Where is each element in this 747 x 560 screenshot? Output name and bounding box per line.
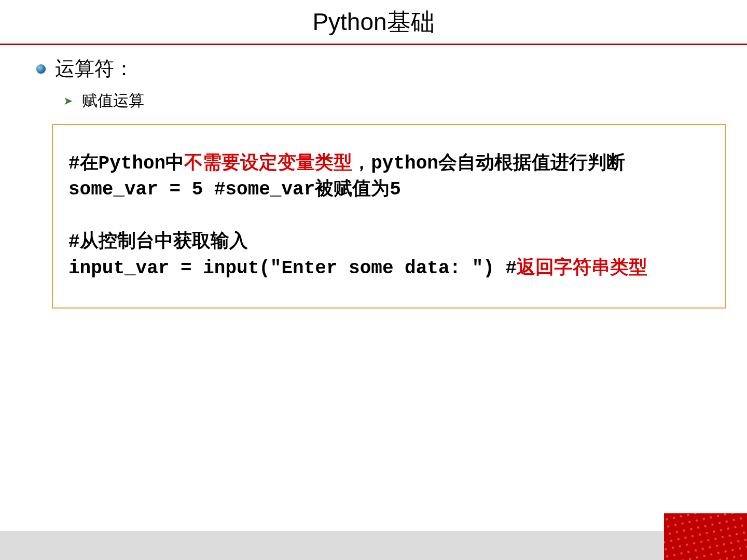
arrow-icon: ➤ xyxy=(63,94,73,108)
code-line-2: some_var = 5 #some_var被赋值为5 xyxy=(68,177,710,203)
code-highlight-2: 返回字符串类型 xyxy=(517,258,647,279)
code-blank xyxy=(68,203,710,229)
code-line-1: #在Python中不需要设定变量类型，python会自动根据值进行判断 xyxy=(68,151,710,177)
sub-bullet-text: 赋值运算 xyxy=(82,90,144,111)
slide-title: Python基础 xyxy=(0,0,747,44)
footer-bar xyxy=(0,531,747,560)
footer-decoration xyxy=(664,513,747,560)
sub-bullet-assignment: ➤ 赋值运算 xyxy=(63,90,711,111)
code-block: #在Python中不需要设定变量类型，python会自动根据值进行判断 some… xyxy=(52,124,726,309)
bullet-operators: 运算符： xyxy=(36,55,711,82)
code-highlight-1: 不需要设定变量类型 xyxy=(184,153,352,174)
code-line-3: #从控制台中获取输入 xyxy=(68,229,710,255)
code-line-4: input_var = input("Enter some data: ") #… xyxy=(68,256,710,282)
bullet-text: 运算符： xyxy=(55,55,134,82)
content-area: 运算符： ➤ 赋值运算 #在Python中不需要设定变量类型，python会自动… xyxy=(0,45,747,309)
bullet-icon xyxy=(36,64,46,74)
